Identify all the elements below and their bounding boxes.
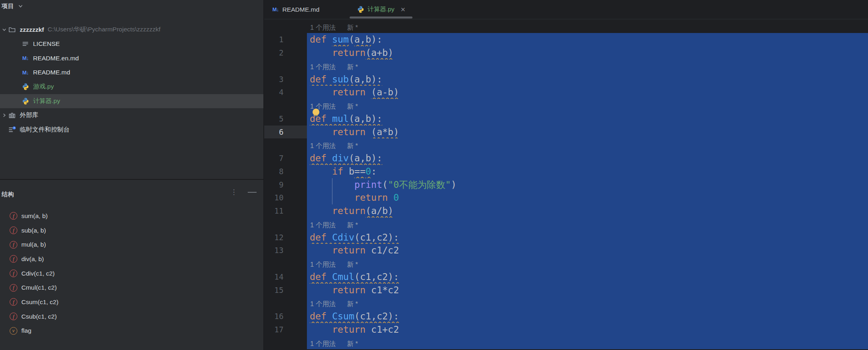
code-line-16: 16def Csum(c1,c2): xyxy=(264,310,868,323)
code-vision-hint[interactable]: 1 个用法新 * xyxy=(307,218,868,231)
line-number-1[interactable]: 1 xyxy=(264,33,307,46)
gutter[interactable] xyxy=(264,60,307,73)
code-text[interactable]: def sum(a,b): xyxy=(307,33,868,46)
vcs-hint[interactable]: 新 * xyxy=(347,221,358,229)
vcs-hint[interactable]: 新 * xyxy=(347,261,358,268)
code-text[interactable]: return(a/b) xyxy=(307,204,868,218)
gutter[interactable] xyxy=(264,20,307,33)
tree-item-zzzzzzkf[interactable]: zzzzzzkfC:\Users\华硕\PycharmProjects\zzzz… xyxy=(0,23,263,37)
gutter[interactable] xyxy=(264,218,307,231)
line-number-16[interactable]: 16 xyxy=(264,310,307,323)
code-text[interactable]: def Csum(c1,c2): xyxy=(307,310,868,323)
code-text[interactable]: return(a+b) xyxy=(307,46,868,60)
code-text[interactable]: def Cdiv(c1,c2): xyxy=(307,231,868,244)
code-vision-hint[interactable]: 1 个用法新 * xyxy=(307,138,868,152)
structure-item-label: Cdiv(c1, c2) xyxy=(21,270,55,277)
usages-hint[interactable]: 1 个用法新 * xyxy=(307,300,358,307)
line-number-15[interactable]: 15 xyxy=(264,284,307,297)
structure-item-mul[interactable]: fmul(a, b) xyxy=(0,237,264,252)
line-number-9[interactable]: 9 xyxy=(264,178,307,191)
structure-item-flag[interactable]: vflag xyxy=(0,324,264,338)
code-text[interactable]: return 0 xyxy=(307,191,868,204)
line-number-2[interactable]: 2 xyxy=(264,46,307,60)
structure-item-sum[interactable]: fsum(a, b) xyxy=(0,209,264,223)
code-text[interactable]: return (a-b) xyxy=(307,86,868,99)
tree-item-README.en.md[interactable]: M↓README.en.md xyxy=(0,51,263,66)
project-panel-header[interactable]: 项目 xyxy=(0,0,263,12)
usages-hint[interactable]: 1 个用法新 * xyxy=(307,221,358,229)
code-text[interactable]: if b==0: xyxy=(307,165,868,178)
gutter[interactable] xyxy=(264,336,307,350)
code-line-10: 10 return 0 xyxy=(264,191,868,204)
usages-hint[interactable]: 1 个用法新 * xyxy=(307,261,358,268)
line-number-3[interactable]: 3 xyxy=(264,73,307,86)
project-tool-window: 项目 zzzzzzkfC:\Users\华硕\PycharmProjects\z… xyxy=(0,0,263,137)
code-vision-hint[interactable]: 1 个用法新 * xyxy=(307,60,868,73)
tree-item-外部库[interactable]: 外部库 xyxy=(0,108,263,123)
code-vision-hint[interactable]: 1 个用法新 * xyxy=(307,99,868,112)
tree-item-计算器.py[interactable]: 计算器.py xyxy=(0,94,263,109)
gutter[interactable] xyxy=(264,257,307,270)
line-number-6[interactable]: 6 xyxy=(264,126,307,139)
intention-bulb-icon[interactable] xyxy=(313,109,319,115)
line-number-4[interactable]: 4 xyxy=(264,86,307,99)
structure-item-div[interactable]: fdiv(a, b) xyxy=(0,252,264,266)
gutter[interactable] xyxy=(264,296,307,310)
code-vision-hint[interactable]: 1 个用法新 * xyxy=(307,336,868,350)
tree-item-LICENSE[interactable]: LICENSE xyxy=(0,37,263,51)
usages-hint[interactable]: 1 个用法新 * xyxy=(307,24,358,31)
line-number-12[interactable]: 12 xyxy=(264,231,307,244)
scratch-icon xyxy=(8,126,16,134)
line-number-13[interactable]: 13 xyxy=(264,244,307,257)
usages-hint[interactable]: 1 个用法新 * xyxy=(307,340,358,347)
vcs-hint[interactable]: 新 * xyxy=(347,24,358,31)
code-line-13: 13 return c1/c2 xyxy=(264,244,868,257)
structure-item-sub[interactable]: fsub(a, b) xyxy=(0,223,264,238)
close-tab-icon[interactable]: ✕ xyxy=(400,6,406,13)
hide-panel-icon[interactable] xyxy=(248,192,257,193)
usages-hint[interactable]: 1 个用法新 * xyxy=(307,63,358,70)
tab-readme-md[interactable]: M↓ README.md xyxy=(264,0,327,19)
usages-hint[interactable]: 1 个用法新 * xyxy=(307,142,358,149)
tree-item-临时文件和控制台[interactable]: 临时文件和控制台 xyxy=(0,123,263,137)
tree-item-README.md[interactable]: M↓README.md xyxy=(0,66,263,80)
code-text[interactable]: def div(a,b): xyxy=(307,152,868,165)
tab-calculator-py[interactable]: 计算器.py ✕ xyxy=(350,0,412,19)
gutter[interactable] xyxy=(264,99,307,112)
code-text[interactable]: return c1/c2 xyxy=(307,244,868,257)
code-line-7: 7def div(a,b): xyxy=(264,152,868,165)
line-number-8[interactable]: 8 xyxy=(264,165,307,178)
line-number-14[interactable]: 14 xyxy=(264,270,307,284)
code-text[interactable]: return (a*b) xyxy=(307,126,868,139)
vcs-hint[interactable]: 新 * xyxy=(347,340,358,347)
vcs-hint[interactable]: 新 * xyxy=(347,142,358,149)
tree-item-label: 游戏.py xyxy=(33,82,54,91)
structure-item-Csum[interactable]: fCsum(c1, c2) xyxy=(0,295,264,309)
vcs-hint[interactable]: 新 * xyxy=(347,300,358,307)
more-options-icon[interactable]: ⋮ xyxy=(230,190,237,194)
vcs-hint[interactable]: 新 * xyxy=(347,63,358,70)
gutter[interactable] xyxy=(264,138,307,152)
structure-item-Csub[interactable]: fCsub(c1, c2) xyxy=(0,309,264,324)
code-text[interactable]: return c1+c2 xyxy=(307,323,868,336)
tree-item-游戏.py[interactable]: 游戏.py xyxy=(0,80,263,94)
structure-item-Cdiv[interactable]: fCdiv(c1, c2) xyxy=(0,266,264,281)
line-number-10[interactable]: 10 xyxy=(264,191,307,204)
code-text[interactable]: def sub(a,b): xyxy=(307,73,868,86)
code-vision-hint[interactable]: 1 个用法新 * xyxy=(307,296,868,310)
code-text[interactable]: def Cmul(c1,c2): xyxy=(307,270,868,284)
line-number-17[interactable]: 17 xyxy=(264,323,307,336)
structure-item-Cmul[interactable]: fCmul(c1, c2) xyxy=(0,280,264,295)
vcs-hint[interactable]: 新 * xyxy=(347,103,358,110)
chevron-down-icon[interactable] xyxy=(0,27,8,32)
code-vision-hint[interactable]: 1 个用法新 * xyxy=(307,257,868,270)
code-text[interactable]: return c1*c2 xyxy=(307,284,868,297)
code-text[interactable]: print("0不能为除数") xyxy=(307,178,868,191)
code-text[interactable]: def mul(a,b): xyxy=(307,112,868,126)
code-vision-hint[interactable]: 1 个用法新 * xyxy=(307,20,868,33)
line-number-5[interactable]: 5 xyxy=(264,112,307,126)
chevron-right-icon[interactable] xyxy=(0,113,8,117)
line-number-11[interactable]: 11 xyxy=(264,204,307,218)
line-number-7[interactable]: 7 xyxy=(264,152,307,165)
code-line-5: 5def mul(a,b): xyxy=(264,112,868,126)
